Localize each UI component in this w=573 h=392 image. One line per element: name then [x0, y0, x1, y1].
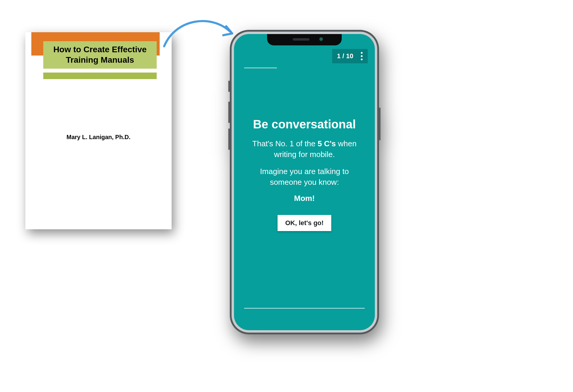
training-manual-cover: How to Create Effective Training Manuals…	[25, 32, 172, 229]
curved-arrow-icon	[161, 12, 239, 51]
page-indicator: 1 / 10	[332, 49, 358, 63]
divider-bottom	[244, 308, 365, 309]
lesson-content: Be conversational That's No. 1 of the 5 …	[234, 118, 375, 231]
lesson-body-2: Imagine you are talking to someone you k…	[246, 166, 363, 188]
more-vertical-icon	[359, 52, 365, 60]
lesson-body-1-prefix: That's No. 1 of the	[252, 139, 318, 148]
cover-accent-olive-bar	[43, 73, 157, 79]
lets-go-button[interactable]: OK, let's go!	[278, 215, 332, 231]
phone-mockup: 1 / 10 Be conversational That's No. 1 of…	[230, 30, 379, 334]
divider-top	[244, 67, 277, 68]
phone-notch	[267, 34, 342, 45]
cover-author: Mary L. Lanigan, Ph.D.	[25, 134, 172, 141]
phone-screen: 1 / 10 Be conversational That's No. 1 of…	[234, 34, 375, 330]
lesson-body-1: That's No. 1 of the 5 C's when writing f…	[246, 138, 363, 160]
cover-title-line-1: How to Create Effective	[45, 44, 155, 55]
phone-power-button	[379, 107, 381, 140]
cover-title-box: How to Create Effective Training Manuals	[43, 41, 157, 69]
more-options-button[interactable]	[358, 49, 368, 63]
lesson-headline: Be conversational	[246, 118, 363, 131]
lesson-emphasis: Mom!	[246, 194, 363, 203]
cover-title-line-2: Training Manuals	[45, 55, 155, 65]
lesson-body-1-strong: 5 C's	[318, 139, 336, 148]
